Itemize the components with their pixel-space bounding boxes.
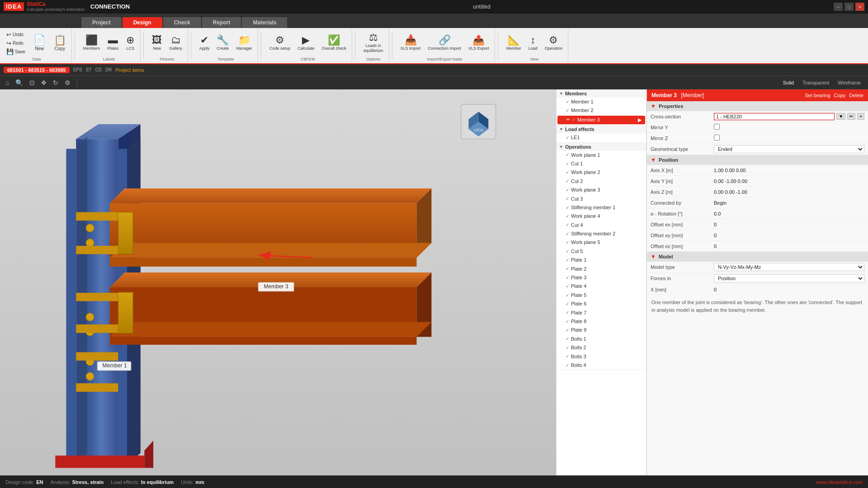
view-mode-wireframe[interactable]: Wireframe bbox=[834, 79, 864, 86]
tab-design[interactable]: Design bbox=[123, 17, 162, 28]
tab-bar: Project Design Check Report Materials bbox=[0, 14, 868, 28]
tree-item-member2[interactable]: ✓ Member 2 bbox=[557, 106, 646, 115]
tree-item-cut1[interactable]: ✓Cut 1 bbox=[557, 160, 646, 168]
tree-item-stiff2[interactable]: ✓Stiffening member 2 bbox=[557, 230, 646, 238]
tree-item-bolts2[interactable]: ✓Bolts 2 bbox=[557, 343, 646, 352]
bolt-2 bbox=[86, 239, 94, 247]
tree-item-plate1[interactable]: ✓Plate 1 bbox=[557, 256, 646, 264]
tree-item-cut2[interactable]: ✓Cut 2 bbox=[557, 177, 646, 186]
mirror-z-checkbox[interactable] bbox=[714, 135, 720, 141]
manager-button[interactable]: 📁 Manager bbox=[233, 34, 255, 52]
save-button[interactable]: 💾 Save bbox=[5, 48, 27, 56]
overall-check-button[interactable]: ✅ Overall check bbox=[319, 34, 349, 52]
maximize-button[interactable]: □ bbox=[844, 3, 854, 11]
create-button[interactable]: 🔧 Create bbox=[214, 34, 231, 52]
ribbon-label-options: Options bbox=[366, 56, 380, 61]
loads-equilibrium-button[interactable]: ⚖ Loads inequilibrium bbox=[361, 31, 386, 55]
tab-materials[interactable]: Materials bbox=[242, 17, 287, 28]
xls-export-button[interactable]: 📤 XLS Export bbox=[466, 34, 492, 52]
cross-section-input[interactable] bbox=[714, 113, 835, 120]
code-setup-button[interactable]: ⚙ Code setup bbox=[267, 34, 293, 52]
tree-item-plate2[interactable]: ✓Plate 2 bbox=[557, 265, 646, 273]
close-button[interactable]: ✕ bbox=[855, 3, 864, 11]
tree-item-bolts3[interactable]: ✓Bolts 3 bbox=[557, 352, 646, 361]
mirror-y-checkbox[interactable] bbox=[714, 124, 720, 130]
view-mode-solid[interactable]: Solid bbox=[779, 79, 797, 86]
gallery-button[interactable]: 🗂 Gallery bbox=[166, 34, 185, 52]
position-section-label: Position bbox=[659, 157, 678, 163]
tree-header-members[interactable]: ▼ Members bbox=[557, 89, 646, 98]
tree-item-wp4[interactable]: ✓Work plane 4 bbox=[557, 212, 646, 221]
view-mode-transparent[interactable]: Transparent bbox=[799, 79, 833, 86]
rotate-button[interactable]: ↻ bbox=[51, 78, 60, 87]
home-view-button[interactable]: ⌂ bbox=[4, 78, 11, 87]
redo-button[interactable]: ↪ Redo bbox=[5, 39, 27, 47]
tree-item-bolts4[interactable]: ✓Bolts 4 bbox=[557, 361, 646, 370]
props-delete-button[interactable]: Delete bbox=[849, 93, 863, 98]
search-view-button[interactable]: 🔍 bbox=[14, 78, 25, 87]
tree-item-wp5[interactable]: ✓Work plane 5 bbox=[557, 238, 646, 247]
project-items-link[interactable]: Project items bbox=[115, 67, 144, 73]
zoom-fit-button[interactable]: ⊡ bbox=[28, 78, 37, 87]
tree-item-wp1[interactable]: ✓Work plane 1 bbox=[557, 151, 646, 160]
tree-header-load-effects[interactable]: ▼ Load effects bbox=[557, 125, 646, 133]
tree-item-member1[interactable]: ✓ Member 1 bbox=[557, 98, 646, 106]
tree-item-cut3[interactable]: ✓Cut 3 bbox=[557, 195, 646, 203]
plates-button[interactable]: ▬ Plates bbox=[104, 34, 121, 52]
viewport[interactable]: Member 3 Member 1 VIEW bbox=[0, 89, 556, 475]
cross-section-add-btn[interactable]: + bbox=[857, 113, 864, 120]
properties-section-header[interactable]: ▼ Properties bbox=[647, 101, 868, 111]
tree-item-member3[interactable]: ✏ ✓ Member 3 ▶ bbox=[557, 116, 645, 124]
tagline: Calculate yesterday's estimation bbox=[27, 8, 85, 12]
logo-box: IDEA bbox=[4, 2, 24, 11]
tree-item-plate5[interactable]: ✓Plate 5 bbox=[557, 291, 646, 300]
position-section-header[interactable]: ▼ Position bbox=[647, 155, 868, 165]
new-load-button[interactable]: ↕ Load bbox=[526, 34, 540, 52]
tree-item-le1[interactable]: ✓ LE1 bbox=[557, 133, 646, 142]
tree-item-plate7[interactable]: ✓Plate 7 bbox=[557, 309, 646, 317]
tree-item-plate4[interactable]: ✓Plate 4 bbox=[557, 282, 646, 291]
model-section-header[interactable]: ▼ Model bbox=[647, 252, 868, 262]
cross-section-edit-btn[interactable]: ✏ bbox=[847, 113, 855, 120]
connection-import-button[interactable]: 🔗 Connection Import bbox=[425, 34, 464, 52]
lcs-button[interactable]: ⊕ LCS bbox=[123, 34, 137, 52]
bolt-1 bbox=[86, 224, 94, 232]
tab-report[interactable]: Report bbox=[202, 17, 241, 28]
tree-item-plate3[interactable]: ✓Plate 3 bbox=[557, 273, 646, 282]
tree-item-plate6[interactable]: ✓Plate 6 bbox=[557, 300, 646, 308]
apply-button[interactable]: ✔ Apply bbox=[197, 34, 212, 52]
connected-by-label: Connected by bbox=[651, 200, 714, 206]
minimize-button[interactable]: ─ bbox=[834, 3, 843, 11]
tree-item-stiff1[interactable]: ✓Stiffening member 1 bbox=[557, 203, 646, 212]
new-button[interactable]: 📄 New bbox=[31, 34, 48, 52]
tree-item-plate9[interactable]: ✓Plate 9 bbox=[557, 326, 646, 334]
set-bearing-button[interactable]: Set bearing bbox=[805, 93, 830, 98]
settings-view-button[interactable]: ⚙ bbox=[63, 78, 72, 87]
calculate-button[interactable]: ▶ Calculate bbox=[295, 34, 317, 52]
xls-import-button[interactable]: 📥 XLS Import bbox=[398, 34, 424, 52]
tree-item-bolts1[interactable]: ✓Bolts 1 bbox=[557, 335, 646, 343]
cross-section-dropdown[interactable]: ▼ bbox=[836, 113, 845, 120]
new-member-button[interactable]: 📐 Member bbox=[504, 34, 524, 52]
forces-in-select[interactable]: Position Node bbox=[714, 274, 864, 282]
props-copy-button[interactable]: Copy bbox=[834, 93, 846, 98]
tab-check[interactable]: Check bbox=[163, 17, 201, 28]
model-type-select[interactable]: N-Vy-Vz-Mx-My-Mz bbox=[714, 263, 864, 271]
tree-item-cut5[interactable]: ✓Cut 5 bbox=[557, 247, 646, 256]
tree-item-wp3[interactable]: ✓Work plane 3 bbox=[557, 186, 646, 194]
tree-item-cut4[interactable]: ✓Cut 4 bbox=[557, 221, 646, 230]
website-link[interactable]: www.ideastatica.com bbox=[816, 479, 863, 485]
nav-cube[interactable]: VIEW bbox=[461, 104, 496, 139]
undo-button[interactable]: ↩ Undo bbox=[5, 31, 27, 38]
pan-button[interactable]: ✥ bbox=[39, 78, 48, 87]
tree-item-wp2[interactable]: ✓Work plane 2 bbox=[557, 168, 646, 177]
new-operation-button[interactable]: ⚙ Operation bbox=[542, 34, 566, 52]
tree-item-plate8[interactable]: ✓Plate 8 bbox=[557, 317, 646, 326]
tab-project[interactable]: Project bbox=[81, 17, 122, 28]
copy-button[interactable]: 📋 Copy bbox=[51, 34, 69, 52]
new-picture-button[interactable]: 🖼 New bbox=[149, 34, 165, 52]
members-button[interactable]: ⬛ Members bbox=[80, 34, 103, 52]
analysis-item: Analysis: Stress, strain bbox=[51, 479, 104, 485]
geom-type-select[interactable]: Ended Continuous bbox=[714, 145, 864, 153]
tree-header-operations[interactable]: ▼ Operations bbox=[557, 143, 646, 151]
